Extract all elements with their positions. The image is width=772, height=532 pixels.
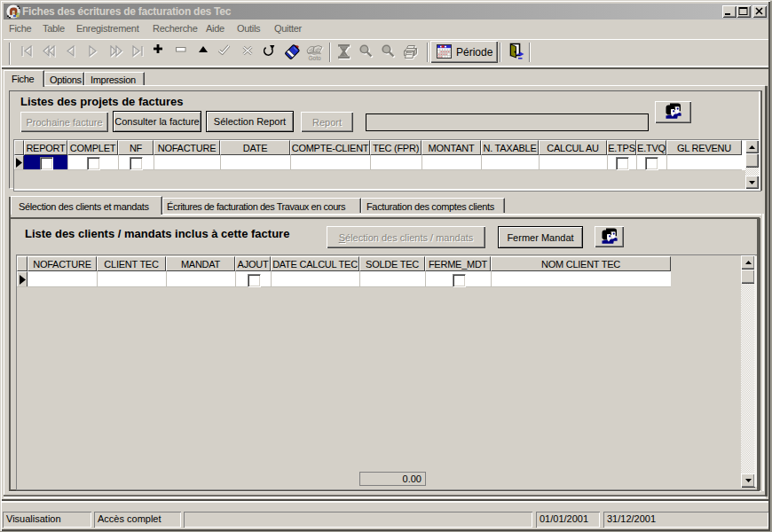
svg-text:Goto: Goto: [309, 55, 321, 61]
